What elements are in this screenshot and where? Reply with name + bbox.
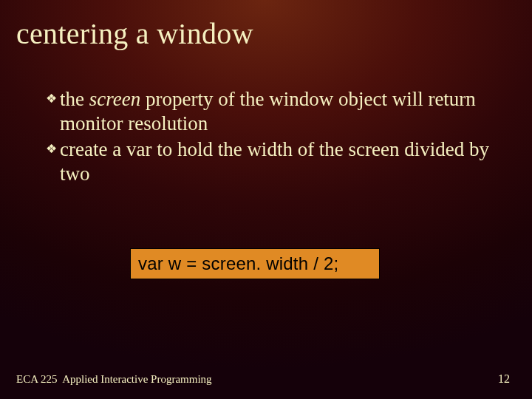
bullet-list: ❖ the screen property of the window obje…: [46, 87, 498, 188]
diamond-bullet-icon: ❖: [46, 137, 60, 157]
bullet-item: ❖ the screen property of the window obje…: [46, 87, 498, 136]
page-number: 12: [498, 372, 510, 386]
footer-course-code: ECA 225: [16, 373, 57, 385]
bullet-italic: screen: [89, 88, 140, 110]
bullet-item: ❖ create a var to hold the width of the …: [46, 137, 498, 186]
footer-course-title: Applied Interactive Programming: [62, 373, 211, 385]
slide-title: centering a window: [16, 16, 253, 51]
bullet-prefix: the: [60, 88, 89, 110]
bullet-text: the screen property of the window object…: [60, 87, 498, 136]
diamond-bullet-icon: ❖: [46, 87, 60, 107]
bullet-text: create a var to hold the width of the sc…: [60, 137, 498, 186]
footer-left: ECA 225 Applied Interactive Programming: [16, 373, 212, 386]
code-sample-box: var w = screen. width / 2;: [130, 248, 380, 279]
slide: centering a window ❖ the screen property…: [0, 0, 532, 399]
code-sample-text: var w = screen. width / 2;: [138, 253, 338, 274]
bullet-prefix: create a var to hold the width of the sc…: [60, 138, 489, 185]
